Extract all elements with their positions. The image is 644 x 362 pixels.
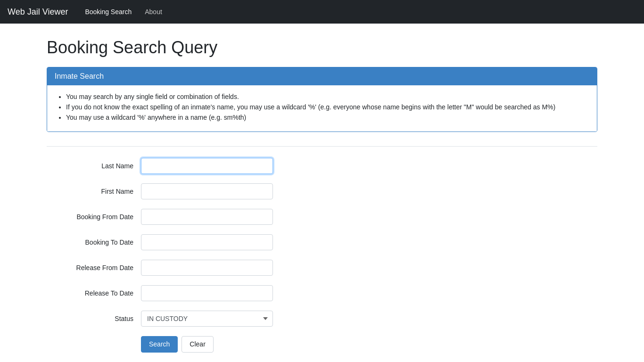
clear-button[interactable]: Clear xyxy=(182,336,213,353)
nav-link-about[interactable]: About xyxy=(139,4,168,19)
last-name-label: Last Name xyxy=(47,162,141,170)
nav-link-booking-search[interactable]: Booking Search xyxy=(79,4,137,19)
status-group: Status IN CUSTODY RELEASED ALL xyxy=(47,311,597,327)
nav-item-about: About xyxy=(139,8,168,16)
booking-to-date-group: Booking To Date xyxy=(47,234,597,250)
release-to-date-input[interactable] xyxy=(141,285,273,301)
info-panel-list: You may search by any single field or co… xyxy=(57,93,587,121)
page-title: Booking Search Query xyxy=(47,38,597,58)
search-form: Last Name First Name Booking From Date B… xyxy=(47,158,597,362)
form-divider xyxy=(47,146,597,147)
main-content: Booking Search Query Inmate Search You m… xyxy=(39,24,605,362)
booking-to-date-label: Booking To Date xyxy=(47,239,141,246)
navbar: Web Jail Viewer Booking Search About xyxy=(0,0,644,24)
first-name-group: First Name xyxy=(47,183,597,199)
last-name-input[interactable] xyxy=(141,158,273,174)
navbar-nav: Booking Search About xyxy=(79,8,167,16)
info-panel-header: Inmate Search xyxy=(47,67,597,85)
button-row: Search Clear xyxy=(141,336,597,353)
info-panel-body: You may search by any single field or co… xyxy=(47,85,597,132)
status-label: Status xyxy=(47,315,141,322)
release-to-date-label: Release To Date xyxy=(47,289,141,297)
navbar-brand[interactable]: Web Jail Viewer xyxy=(8,7,68,17)
release-to-date-group: Release To Date xyxy=(47,285,597,301)
last-name-group: Last Name xyxy=(47,158,597,174)
nav-item-booking-search: Booking Search xyxy=(79,8,137,16)
status-select[interactable]: IN CUSTODY RELEASED ALL xyxy=(141,311,273,327)
info-bullet-2: If you do not know the exact spelling of… xyxy=(66,103,587,111)
booking-to-date-input[interactable] xyxy=(141,234,273,250)
info-bullet-1: You may search by any single field or co… xyxy=(66,93,587,100)
first-name-label: First Name xyxy=(47,188,141,195)
search-button[interactable]: Search xyxy=(141,336,178,353)
booking-from-date-group: Booking From Date xyxy=(47,209,597,225)
booking-from-date-label: Booking From Date xyxy=(47,213,141,221)
release-from-date-label: Release From Date xyxy=(47,264,141,272)
info-panel: Inmate Search You may search by any sing… xyxy=(47,67,597,132)
info-bullet-3: You may use a wildcard '%' anywhere in a… xyxy=(66,114,587,121)
release-from-date-input[interactable] xyxy=(141,260,273,276)
first-name-input[interactable] xyxy=(141,183,273,199)
booking-from-date-input[interactable] xyxy=(141,209,273,225)
release-from-date-group: Release From Date xyxy=(47,260,597,276)
